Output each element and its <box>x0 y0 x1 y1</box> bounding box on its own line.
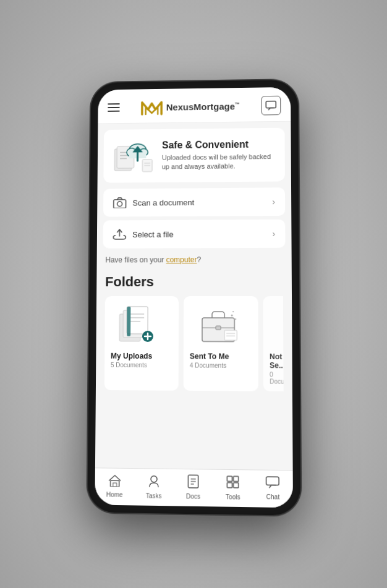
header: NexusMortgage™ <box>98 87 291 124</box>
tools-icon <box>226 475 240 492</box>
svg-point-15 <box>117 201 122 206</box>
camera-icon <box>113 197 127 208</box>
logo-icon <box>141 98 163 116</box>
scan-chevron: › <box>272 197 275 207</box>
nav-label-tasks: Tasks <box>146 492 162 500</box>
folder-count-sent-to-me: 4 Documents <box>190 362 252 369</box>
banner-icon <box>112 137 155 174</box>
folder-card-sent-to-me[interactable]: Sent To Me 4 Documents <box>184 296 258 391</box>
docs-icon <box>187 474 199 492</box>
svg-rect-50 <box>234 482 239 487</box>
svg-rect-22 <box>127 306 130 336</box>
scan-row-left: Scan a document <box>113 197 195 208</box>
nav-item-chat[interactable]: Chat <box>257 475 289 500</box>
phone-shell: NexusMortgage™ <box>87 79 300 515</box>
svg-rect-29 <box>224 330 237 340</box>
select-label: Select a file <box>132 229 174 239</box>
banner-title: Safe & Convenient <box>162 138 276 151</box>
banner-description: Uploaded docs will be safely backed up a… <box>162 151 276 171</box>
svg-rect-0 <box>266 101 276 108</box>
nav-label-tools: Tools <box>226 493 240 500</box>
nav-label-chat: Chat <box>266 493 280 500</box>
folders-title: Folders <box>105 273 283 289</box>
main-content: Safe & Convenient Uploaded docs will be … <box>95 121 293 470</box>
select-file-row[interactable]: Select a file › <box>103 219 286 248</box>
banner-card: Safe & Convenient Uploaded docs will be … <box>103 127 284 182</box>
my-uploads-icon <box>117 303 166 346</box>
nav-item-tools[interactable]: Tools <box>216 474 249 500</box>
nav-item-tasks[interactable]: Tasks <box>137 474 170 500</box>
folder-name-not-sent: Not Se... <box>270 352 284 370</box>
svg-point-32 <box>231 314 233 316</box>
folders-section: Folders <box>96 267 292 394</box>
computer-link[interactable]: computer <box>166 255 197 264</box>
svg-point-34 <box>232 311 234 312</box>
nav-label-home: Home <box>106 491 123 498</box>
folder-count-my-uploads: 5 Documents <box>111 361 172 369</box>
bottom-nav: Home Tasks <box>95 467 293 508</box>
scan-document-row[interactable]: Scan a document › <box>103 187 285 216</box>
svg-rect-48 <box>234 476 239 481</box>
nav-item-docs[interactable]: Docs <box>177 474 210 500</box>
svg-rect-41 <box>113 483 116 487</box>
folder-name-my-uploads: My Uploads <box>111 351 172 360</box>
hamburger-menu[interactable] <box>108 103 120 112</box>
computer-link-text: Have files on your computer? <box>97 251 292 268</box>
svg-rect-49 <box>228 482 232 487</box>
svg-rect-11 <box>142 159 152 171</box>
logo-area: NexusMortgage™ <box>141 97 240 115</box>
svg-rect-51 <box>266 477 279 485</box>
scan-label: Scan a document <box>132 197 194 207</box>
svg-point-42 <box>151 475 157 482</box>
header-chat-button[interactable] <box>261 95 281 115</box>
nav-item-home[interactable]: Home <box>98 474 130 498</box>
svg-point-33 <box>235 318 236 320</box>
folder-name-sent-to-me: Sent To Me <box>190 352 252 361</box>
sent-to-me-icon <box>196 304 246 347</box>
logo-text: NexusMortgage™ <box>166 100 240 111</box>
folder-card-not-sent[interactable]: Not Se... 0 Docu... <box>263 296 283 391</box>
phone-screen: NexusMortgage™ <box>95 87 293 507</box>
chat-nav-icon <box>266 476 280 492</box>
select-chevron: › <box>272 228 275 238</box>
svg-rect-40 <box>110 480 119 486</box>
select-row-left: Select a file <box>113 228 173 239</box>
nav-label-docs: Docs <box>186 493 200 500</box>
home-icon <box>108 474 121 490</box>
not-sent-icon <box>270 304 284 347</box>
banner-text: Safe & Convenient Uploaded docs will be … <box>162 138 276 172</box>
folder-count-not-sent: 0 Docu... <box>270 371 284 385</box>
folders-grid: My Uploads 5 Documents <box>104 296 284 391</box>
upload-icon <box>113 229 126 240</box>
svg-rect-47 <box>228 476 232 481</box>
tasks-icon <box>147 474 161 491</box>
folder-card-my-uploads[interactable]: My Uploads 5 Documents <box>104 296 179 390</box>
svg-rect-28 <box>216 326 221 330</box>
